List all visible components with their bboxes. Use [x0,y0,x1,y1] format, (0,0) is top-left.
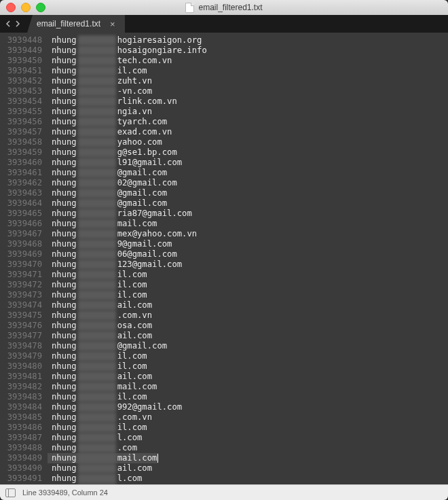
line-content[interactable]: nhungxxxxxxxl91@gmail.com [48,158,182,168]
line-content[interactable]: nhungxxxxxxxmail.com [48,219,157,229]
line-content[interactable]: nhungxxxxxxx992@gmail.com [48,402,182,412]
line-content[interactable]: nhungxxxxxxxl.com [48,474,142,484]
text-line[interactable]: 3939459nhungxxxxxxxg@se1.bp.com [0,147,448,158]
minimize-window-button[interactable] [21,3,31,12]
line-content[interactable]: nhungxxxxxxxhogiaresaigon.org [48,35,202,46]
text-line[interactable]: 3939465nhungxxxxxxxria87@gmail.com [0,209,448,219]
text-line[interactable]: 3939484nhungxxxxxxx992@gmail.com [0,402,448,412]
text-line[interactable]: 3939479nhungxxxxxxxil.com [0,351,448,361]
text-line[interactable]: 3939464nhungxxxxxxx@gmail.com [0,198,448,209]
file-tab[interactable]: email_filtered1.txt × [27,15,125,33]
text-line[interactable]: 3939462nhungxxxxxxx02@gmail.com [0,178,448,188]
text-line[interactable]: 3939471nhungxxxxxxxil.com [0,270,448,280]
line-content[interactable]: nhungxxxxxxxil.com [48,270,147,280]
text-line[interactable]: 3939474nhungxxxxxxxail.com [0,300,448,310]
text-line[interactable]: 3939454nhungxxxxxxxrlink.com.vn [0,96,448,107]
line-content[interactable]: nhungxxxxxxxexad.com.vn [48,127,172,137]
text-line[interactable]: 3939489nhungxxxxxxxmail.com [0,453,448,463]
line-content[interactable]: nhungxxxxxxxail.com [48,463,152,474]
line-content[interactable]: nhungxxxxxxxosa.com [48,321,152,331]
text-line[interactable]: 3939486nhungxxxxxxxil.com [0,423,448,433]
line-content[interactable]: nhungxxxxxxxmex@yahoo.com.vn [48,229,197,239]
text-line[interactable]: 3939491nhungxxxxxxxl.com [0,474,448,484]
text-line[interactable]: 3939455nhungxxxxxxxngia.vn [0,107,448,117]
line-content[interactable]: nhungxxxxxxx@gmail.com [48,198,167,209]
line-content[interactable]: nhungxxxxxxx06@gmail.com [48,249,177,260]
line-content[interactable]: nhungxxxxxxxyahoo.com [48,137,162,147]
text-line[interactable]: 3939458nhungxxxxxxxyahoo.com [0,137,448,147]
text-line[interactable]: 3939476nhungxxxxxxxosa.com [0,321,448,331]
text-line[interactable]: 3939452nhungxxxxxxxzuht.vn [0,76,448,86]
line-content[interactable]: nhungxxxxxxxg@se1.bp.com [48,147,177,158]
line-content[interactable]: nhungxxxxxxx.com [48,443,137,453]
text-line[interactable]: 3939449nhungxxxxxxxhosaigongiare.info [0,46,448,56]
line-content[interactable]: nhungxxxxxxx@gmail.com [48,341,167,351]
line-content[interactable]: nhungxxxxxxxail.com [48,300,152,310]
text-line[interactable]: 3939488nhungxxxxxxx.com [0,443,448,453]
text-line[interactable]: 3939461nhungxxxxxxx@gmail.com [0,168,448,178]
line-content[interactable]: nhungxxxxxxxil.com [48,392,147,402]
text-line[interactable]: 3939478nhungxxxxxxx@gmail.com [0,341,448,351]
text-line[interactable]: 3939466nhungxxxxxxxmail.com [0,219,448,229]
text-line[interactable]: 3939473nhungxxxxxxxil.com [0,290,448,300]
line-content[interactable]: nhungxxxxxxxil.com [48,280,147,290]
text-line[interactable]: 3939485nhungxxxxxxx.com.vn [0,412,448,423]
text-line[interactable]: 3939448nhungxxxxxxxhogiaresaigon.org [0,35,448,46]
close-window-button[interactable] [6,3,16,12]
line-content[interactable]: nhungxxxxxxxzuht.vn [48,76,152,86]
text-line[interactable]: 3939457nhungxxxxxxxexad.com.vn [0,127,448,137]
line-content[interactable]: nhungxxxxxxxil.com [48,290,147,300]
line-content[interactable]: nhungxxxxxxxl.com [48,433,142,443]
tab-close-button[interactable]: × [110,20,115,29]
text-line[interactable]: 3939480nhungxxxxxxxil.com [0,361,448,372]
text-line[interactable]: 3939453nhungxxxxxxx-vn.com [0,86,448,96]
sidebar-toggle-icon[interactable] [5,488,16,497]
line-content[interactable]: nhungxxxxxxx-vn.com [48,86,152,96]
line-content[interactable]: nhungxxxxxxxil.com [48,351,147,361]
line-content[interactable]: nhungxxxxxxxmail.com [48,382,157,392]
text-line[interactable]: 3939487nhungxxxxxxxl.com [0,433,448,443]
editor-area[interactable]: 3939448nhungxxxxxxxhogiaresaigon.org3939… [0,33,448,484]
line-content[interactable]: nhungxxxxxxx9@gmail.com [48,239,172,249]
line-content[interactable]: nhungxxxxxxxil.com [48,66,147,76]
text-line[interactable]: 3939481nhungxxxxxxxail.com [0,372,448,382]
line-content[interactable]: nhungxxxxxxxail.com [48,331,152,341]
text-line[interactable]: 3939475nhungxxxxxxx.com.vn [0,310,448,321]
line-content[interactable]: nhungxxxxxxxhosaigongiare.info [48,46,207,56]
line-content[interactable]: nhungxxxxxxx.com.vn [48,412,152,423]
text-line[interactable]: 3939460nhungxxxxxxxl91@gmail.com [0,158,448,168]
nav-forward-button[interactable] [14,20,20,27]
line-content[interactable]: nhungxxxxxxx.com.vn [48,310,152,321]
line-content[interactable]: nhungxxxxxxxrlink.com.vn [48,96,177,107]
text-line[interactable]: 3939463nhungxxxxxxx@gmail.com [0,188,448,198]
text-line[interactable]: 3939469nhungxxxxxxx06@gmail.com [0,249,448,260]
redacted-text: xxxxxxx [78,117,116,127]
text-line[interactable]: 3939483nhungxxxxxxxil.com [0,392,448,402]
text-line[interactable]: 3939467nhungxxxxxxxmex@yahoo.com.vn [0,229,448,239]
line-content[interactable]: nhungxxxxxxxil.com [48,423,147,433]
line-content[interactable]: nhungxxxxxxxail.com [48,372,152,382]
line-content[interactable]: nhungxxxxxxx02@gmail.com [48,178,177,188]
line-content[interactable]: nhungxxxxxxxmail.com [48,453,158,463]
zoom-window-button[interactable] [36,3,45,12]
text-line[interactable]: 3939456nhungxxxxxxxtyarch.com [0,117,448,127]
text-line[interactable]: 3939468nhungxxxxxxx9@gmail.com [0,239,448,249]
line-content[interactable]: nhungxxxxxxx@gmail.com [48,484,167,484]
text-line[interactable]: 3939482nhungxxxxxxxmail.com [0,382,448,392]
text-line[interactable]: 3939490nhungxxxxxxxail.com [0,463,448,474]
text-line[interactable]: 3939450nhungxxxxxxxtech.com.vn [0,56,448,66]
nav-back-button[interactable] [5,20,12,27]
line-content[interactable]: nhungxxxxxxxtech.com.vn [48,56,172,66]
text-line[interactable]: 3939477nhungxxxxxxxail.com [0,331,448,341]
titlebar[interactable]: email_filtered1.txt [0,0,448,15]
line-content[interactable]: nhungxxxxxxx@gmail.com [48,168,167,178]
line-content[interactable]: nhungxxxxxxxtyarch.com [48,117,167,127]
text-line[interactable]: 3939451nhungxxxxxxxil.com [0,66,448,76]
line-content[interactable]: nhungxxxxxxxria87@gmail.com [48,209,192,219]
line-content[interactable]: nhungxxxxxxx@gmail.com [48,188,167,198]
text-line[interactable]: 3939470nhungxxxxxxx123@gmail.com [0,260,448,270]
line-content[interactable]: nhungxxxxxxxngia.vn [48,107,152,117]
line-content[interactable]: nhungxxxxxxx123@gmail.com [48,260,182,270]
line-content[interactable]: nhungxxxxxxxil.com [48,361,147,372]
text-line[interactable]: 3939472nhungxxxxxxxil.com [0,280,448,290]
